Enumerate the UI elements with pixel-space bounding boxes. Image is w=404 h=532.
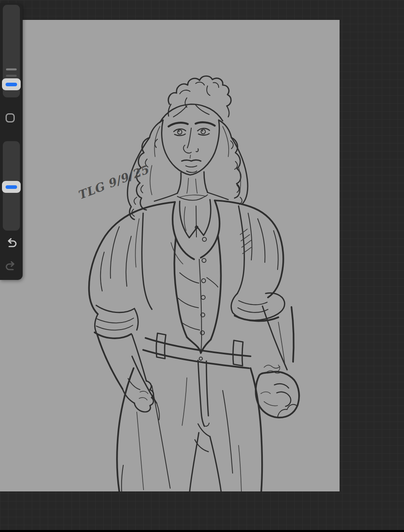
redo-icon bbox=[4, 261, 18, 271]
slider-accent-bar bbox=[6, 83, 17, 86]
drawing-canvas[interactable]: TLG 9/9/25 bbox=[0, 20, 340, 491]
undo-icon bbox=[4, 238, 18, 248]
tools-sidebar bbox=[0, 3, 23, 280]
figure-sketch bbox=[89, 76, 299, 491]
artwork-sketch: TLG 9/9/25 bbox=[0, 20, 340, 491]
slider-tick-mark bbox=[6, 68, 17, 70]
slider-accent-bar bbox=[6, 185, 17, 189]
opacity-slider-handle[interactable] bbox=[2, 181, 21, 193]
redo-button[interactable] bbox=[4, 260, 18, 272]
slider-tick-mark bbox=[6, 75, 17, 77]
app-screen: TLG 9/9/25 bbox=[0, 0, 404, 532]
undo-button[interactable] bbox=[4, 237, 18, 249]
screen-bottom-bezel bbox=[0, 530, 404, 532]
brush-size-slider-handle[interactable] bbox=[2, 78, 21, 90]
modify-button[interactable] bbox=[6, 113, 15, 122]
